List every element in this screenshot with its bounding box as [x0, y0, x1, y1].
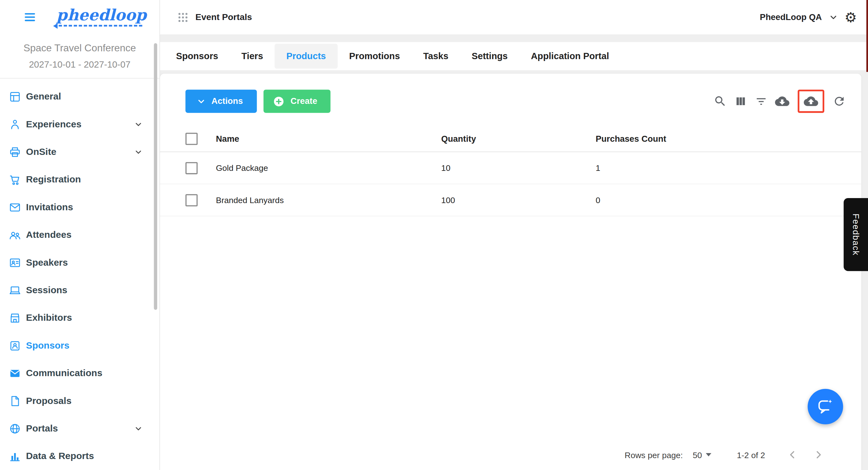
tab-promotions[interactable]: Promotions [338, 44, 411, 69]
plus-circle-icon [272, 95, 285, 108]
printer-icon [9, 146, 21, 158]
sidebar-item-experiences[interactable]: Experiences [0, 111, 159, 138]
main-content: Sponsors Tiers Products Promotions Tasks… [160, 34, 868, 470]
table-row[interactable]: Gold Package 10 1 [160, 152, 861, 184]
laptop-icon [9, 284, 21, 297]
search-icon[interactable] [714, 95, 727, 108]
app-root: pheedloop Event Portals PheedLoop QA ⚙ S… [0, 0, 868, 470]
globe-icon [9, 423, 21, 435]
chevron-down-icon[interactable] [134, 120, 143, 129]
row-checkbox[interactable] [185, 162, 197, 174]
cell-purchases-count: 1 [596, 163, 861, 173]
column-header-quantity[interactable]: Quantity [441, 134, 596, 144]
document-icon [9, 395, 21, 407]
cell-quantity: 100 [441, 195, 596, 205]
tab-sponsors[interactable]: Sponsors [164, 44, 230, 69]
actions-button-label: Actions [211, 96, 243, 106]
chat-widget-button[interactable] [808, 389, 843, 424]
sidebar-item-proposals[interactable]: Proposals [0, 388, 159, 415]
top-bar-left: pheedloop [0, 0, 160, 34]
sidebar-item-label: Proposals [26, 396, 71, 406]
chevron-down-icon[interactable] [134, 148, 143, 157]
row-checkbox[interactable] [185, 194, 197, 206]
next-page-icon[interactable] [813, 449, 825, 461]
sidebar-item-registration[interactable]: Registration [0, 166, 159, 193]
badge-icon [9, 339, 21, 352]
sidebar-item-label: Experiences [26, 119, 82, 130]
people-icon [9, 229, 21, 241]
grid-icon [9, 91, 21, 103]
chat-bubble-icon [817, 398, 835, 415]
refresh-icon[interactable] [833, 95, 846, 108]
cloud-upload-icon[interactable] [804, 94, 818, 109]
top-bar-context: Event Portals [178, 12, 252, 23]
account-chevron-down-icon[interactable] [829, 12, 838, 22]
screen-edge-marker [866, 0, 868, 72]
pagination-controls [786, 449, 825, 461]
sidebar-scrollbar-thumb[interactable] [154, 43, 157, 310]
actions-button[interactable]: Actions [185, 90, 257, 113]
rows-per-page-value: 50 [693, 450, 702, 459]
highlight-box [798, 90, 824, 113]
cell-purchases-count: 0 [596, 195, 861, 205]
hamburger-menu-icon[interactable] [23, 11, 36, 24]
sidebar-item-sessions[interactable]: Sessions [0, 277, 159, 304]
table-row[interactable]: Branded Lanyards 100 0 [160, 184, 861, 216]
speaker-card-icon [9, 257, 21, 269]
tab-application-portal[interactable]: Application Portal [519, 44, 621, 69]
page-title: Event Portals [195, 12, 252, 22]
sidebar-item-label: Portals [26, 423, 58, 434]
top-bar-right: PheedLoop QA ⚙ [760, 10, 857, 24]
sidebar-nav: General Experiences OnSite Registration … [0, 83, 159, 470]
tab-products[interactable]: Products [275, 44, 338, 69]
rows-per-page-select[interactable]: 50 [693, 450, 711, 459]
sidebar-item-label: Invitations [26, 202, 73, 213]
feedback-tab[interactable]: Feedback [844, 198, 868, 271]
table-header: Name Quantity Purchases Count [160, 126, 861, 152]
create-button[interactable]: Create [264, 90, 330, 113]
sidebar-item-label: General [26, 91, 61, 102]
caret-down-icon [706, 453, 711, 457]
settings-gear-icon[interactable]: ⚙ [844, 10, 857, 24]
event-dates: 2027-10-01 - 2027-10-07 [0, 59, 159, 70]
sidebar-item-attendees[interactable]: Attendees [0, 221, 159, 249]
sidebar-item-sponsors[interactable]: Sponsors [0, 332, 159, 360]
tab-tasks[interactable]: Tasks [411, 44, 460, 69]
view-columns-icon[interactable] [734, 95, 747, 108]
previous-page-icon[interactable] [786, 449, 798, 461]
create-button-label: Create [290, 96, 317, 106]
pagination: Rows per page: 50 1-2 of 2 [625, 449, 825, 461]
mail-filled-icon [9, 367, 21, 379]
chevron-down-icon[interactable] [134, 424, 143, 433]
sidebar-item-exhibitors[interactable]: Exhibitors [0, 304, 159, 332]
pagination-range: 1-2 of 2 [737, 450, 765, 459]
sidebar-item-general[interactable]: General [0, 83, 159, 110]
sidebar-item-portals[interactable]: Portals [0, 415, 159, 442]
table-tools [714, 90, 846, 113]
cell-name: Gold Package [216, 163, 441, 173]
mail-icon [9, 202, 21, 214]
tab-bar: Sponsors Tiers Products Promotions Tasks… [160, 42, 868, 70]
tab-settings[interactable]: Settings [460, 44, 519, 69]
sidebar-item-invitations[interactable]: Invitations [0, 194, 159, 221]
column-header-purchases-count[interactable]: Purchases Count [596, 134, 861, 144]
sidebar-item-label: OnSite [26, 146, 56, 158]
apps-grid-icon[interactable] [178, 12, 188, 23]
select-all-checkbox[interactable] [185, 133, 197, 145]
column-header-name[interactable]: Name [216, 134, 441, 144]
sidebar-item-label: Exhibitors [26, 312, 72, 324]
sidebar-item-communications[interactable]: Communications [0, 360, 159, 387]
filter-icon[interactable] [755, 95, 768, 108]
sidebar-item-speakers[interactable]: Speakers [0, 249, 159, 277]
rows-per-page-label: Rows per page: [625, 450, 683, 459]
pheedloop-logo[interactable]: pheedloop [56, 8, 147, 27]
tab-tiers[interactable]: Tiers [230, 44, 275, 69]
cell-quantity: 10 [441, 163, 596, 173]
account-name[interactable]: PheedLoop QA [760, 12, 822, 22]
sidebar-item-data-reports[interactable]: Data & Reports [0, 442, 159, 470]
cloud-download-icon[interactable] [775, 94, 789, 109]
sidebar-item-label: Communications [26, 368, 102, 379]
sidebar-item-label: Sponsors [26, 340, 69, 351]
storefront-icon [9, 312, 21, 324]
sidebar-item-onsite[interactable]: OnSite [0, 138, 159, 166]
